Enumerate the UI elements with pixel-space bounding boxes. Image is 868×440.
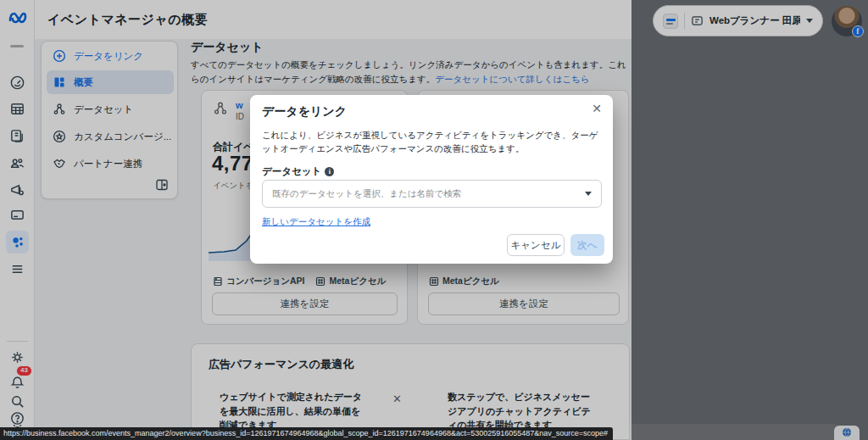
- modal-body-text: これにより、ビジネスが重視しているアクティビティをトラッキングでき、ターゲットオ…: [262, 128, 602, 155]
- chevron-down-icon: [585, 192, 592, 196]
- create-dataset-link[interactable]: 新しいデータセットを作成: [262, 216, 370, 228]
- status-url-bar: https://business.facebook.com/events_man…: [0, 427, 613, 440]
- modal-title: データをリンク: [262, 104, 347, 120]
- select-placeholder: 既存のデータセットを選択、または名前で検索: [272, 188, 461, 200]
- next-button[interactable]: 次へ: [570, 234, 604, 256]
- field-label-text: データセット: [262, 165, 321, 178]
- dataset-field-label: データセット i: [262, 165, 334, 178]
- link-data-modal: データをリンク ✕ これにより、ビジネスが重視しているアクティビティをトラッキン…: [250, 95, 613, 264]
- close-icon[interactable]: ✕: [592, 102, 602, 115]
- info-icon[interactable]: i: [325, 167, 334, 176]
- dataset-select[interactable]: 既存のデータセットを選択、または名前で検索: [262, 180, 602, 208]
- cancel-button[interactable]: キャンセル: [507, 234, 565, 256]
